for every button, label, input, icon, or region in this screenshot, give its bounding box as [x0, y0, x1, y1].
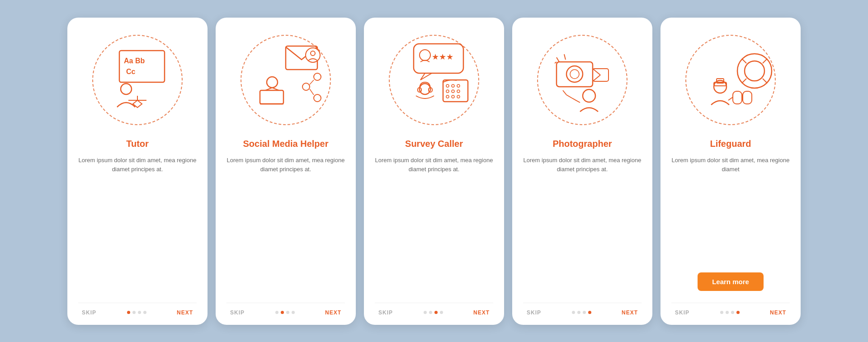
lifeguard-footer: SKIP NEXT — [671, 303, 790, 316]
svg-line-16 — [310, 80, 314, 84]
dot-3 — [434, 311, 438, 314]
dot-1 — [424, 311, 427, 314]
photographer-next[interactable]: NEXT — [622, 309, 638, 316]
photographer-text: Lorem ipsum dolor sit dim amet, mea regi… — [523, 156, 642, 227]
svg-line-50 — [742, 59, 746, 63]
lifeguard-title: Lifeguard — [710, 138, 751, 150]
lifeguard-icon-area — [681, 30, 780, 130]
survey-caller-next[interactable]: NEXT — [473, 309, 490, 316]
dot-3 — [583, 311, 586, 314]
tutor-title: Tutor — [126, 138, 149, 150]
svg-point-13 — [302, 83, 310, 90]
dot-2 — [726, 311, 729, 314]
social-media-next[interactable]: NEXT — [325, 309, 341, 316]
svg-line-60 — [728, 97, 733, 100]
lifeguard-skip[interactable]: SKIP — [675, 309, 689, 316]
dot-2 — [577, 311, 580, 314]
tutor-illustration: Aa Bb Cc — [94, 37, 180, 123]
survey-caller-dots — [424, 311, 443, 314]
svg-line-17 — [310, 89, 314, 95]
svg-line-37 — [593, 69, 600, 75]
tutor-icon-area: Aa Bb Cc — [88, 30, 187, 130]
tutor-dots — [127, 311, 146, 314]
svg-point-20 — [420, 50, 430, 61]
svg-point-30 — [452, 90, 454, 93]
survey-caller-illustration: ★★★ — [391, 37, 477, 123]
svg-line-53 — [763, 79, 767, 83]
tutor-next[interactable]: NEXT — [177, 309, 193, 316]
dot-2 — [132, 311, 136, 314]
photographer-illustration — [539, 37, 625, 123]
learn-more-button[interactable]: Learn more — [698, 272, 764, 291]
dot-4 — [736, 311, 740, 314]
card-survey-caller: ★★★ — [364, 18, 504, 325]
survey-caller-footer: SKIP NEXT — [375, 303, 493, 316]
svg-text:★★★: ★★★ — [432, 52, 453, 61]
survey-caller-title: Survey Caller — [405, 138, 463, 150]
lifeguard-illustration — [688, 37, 774, 123]
photographer-dots — [572, 311, 591, 314]
svg-point-29 — [446, 90, 449, 93]
svg-text:Cc: Cc — [126, 68, 136, 75]
card-lifeguard: Lifeguard Lorem ipsum dolor sit dim amet… — [660, 18, 801, 325]
svg-text:Aa Bb: Aa Bb — [124, 57, 145, 65]
svg-point-31 — [457, 90, 460, 93]
survey-caller-skip[interactable]: SKIP — [378, 309, 393, 316]
lifeguard-dots — [720, 311, 740, 314]
social-media-text: Lorem ipsum dolor sit dim amet, mea regi… — [226, 156, 345, 227]
dot-2 — [429, 311, 432, 314]
tutor-footer: SKIP NEXT — [78, 303, 197, 316]
svg-rect-57 — [733, 91, 742, 104]
lifeguard-text: Lorem ipsum dolor sit dim amet, mea regi… — [671, 156, 790, 214]
svg-rect-25 — [443, 80, 468, 102]
social-media-icon-area — [236, 30, 335, 130]
dot-1 — [127, 311, 130, 314]
svg-point-27 — [452, 84, 454, 87]
social-media-title: Social Media Helper — [243, 138, 329, 150]
photographer-icon-area — [533, 30, 632, 130]
photographer-footer: SKIP NEXT — [523, 303, 642, 316]
photographer-title: Photographer — [552, 138, 612, 150]
dot-1 — [720, 311, 723, 314]
dot-4 — [440, 311, 443, 314]
svg-marker-19 — [420, 73, 432, 80]
svg-line-45 — [572, 98, 580, 103]
svg-line-47 — [563, 90, 566, 95]
svg-point-40 — [570, 70, 579, 79]
svg-line-51 — [763, 59, 767, 63]
dot-4 — [588, 311, 591, 314]
dot-1 — [572, 311, 575, 314]
svg-line-46 — [566, 95, 572, 98]
lifeguard-next[interactable]: NEXT — [770, 309, 786, 316]
social-media-footer: SKIP NEXT — [226, 303, 345, 316]
svg-point-33 — [452, 95, 454, 98]
social-media-illustration — [243, 37, 329, 123]
dot-3 — [286, 311, 289, 314]
svg-point-39 — [566, 66, 583, 82]
svg-point-28 — [457, 84, 460, 87]
dot-3 — [731, 311, 734, 314]
card-photographer: Photographer Lorem ipsum dolor sit dim a… — [512, 18, 652, 325]
svg-line-41 — [557, 57, 559, 62]
svg-point-44 — [583, 89, 595, 102]
svg-line-38 — [593, 75, 600, 81]
tutor-skip[interactable]: SKIP — [82, 309, 96, 316]
card-tutor: Aa Bb Cc Tutor Lorem ipsum dolor sit dim… — [67, 18, 208, 325]
svg-line-52 — [742, 79, 746, 83]
svg-point-15 — [314, 94, 321, 102]
svg-point-34 — [457, 95, 460, 98]
svg-point-3 — [121, 84, 132, 94]
svg-rect-11 — [260, 90, 283, 104]
svg-point-32 — [446, 95, 449, 98]
dot-4 — [292, 311, 295, 314]
svg-rect-58 — [743, 91, 752, 104]
dot-2 — [281, 311, 284, 314]
svg-line-42 — [564, 54, 566, 60]
svg-line-43 — [555, 62, 557, 63]
photographer-skip[interactable]: SKIP — [527, 309, 541, 316]
survey-caller-text: Lorem ipsum dolor sit dim amet, mea regi… — [375, 156, 493, 227]
svg-point-14 — [314, 73, 321, 80]
survey-caller-icon-area: ★★★ — [384, 30, 484, 130]
social-media-skip[interactable]: SKIP — [230, 309, 245, 316]
cards-container: Aa Bb Cc Tutor Lorem ipsum dolor sit dim… — [67, 18, 801, 325]
